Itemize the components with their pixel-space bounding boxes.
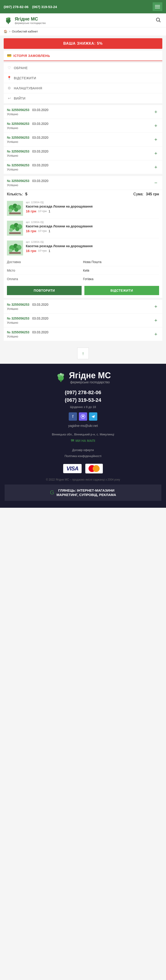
order-toggle-5[interactable]: + <box>153 164 159 170</box>
phone1-link[interactable]: (097) 278-82-06 <box>4 5 29 9</box>
item-name-1: Касетна розсада Лохини на дорощування <box>26 204 159 208</box>
order-item-1: арт. 123654-ЛД Касетна розсада Лохини на… <box>7 199 159 218</box>
promo-text: ГЛЯНЕЦЬ: ІНТЕРНЕТ-МАГАЗИНИМАРКЕТИНГ, СУП… <box>56 488 116 497</box>
order-date-3: 03.03.2020 <box>32 136 48 139</box>
order-toggle-after-1[interactable]: + <box>153 304 159 310</box>
logo-icon <box>4 16 13 25</box>
footer-promo[interactable]: G ГЛЯНЕЦЬ: ІНТЕРНЕТ-МАГАЗИНИМАРКЕТИНГ, С… <box>5 484 161 501</box>
item-price-old-3: 17 грн <box>38 249 46 253</box>
order-status-3: Успішно <box>7 140 153 143</box>
scroll-top-button[interactable]: ↑ <box>77 348 89 359</box>
plus-icon-1: + <box>155 109 158 115</box>
nav-item-track[interactable]: 📍 ВІДСТЕЖИТИ <box>4 73 162 83</box>
footer-logo-title: Ягідне МС <box>69 371 111 380</box>
quantity-label: Кількість: 5 <box>7 192 27 196</box>
mc-circle-yellow <box>93 465 100 472</box>
order-toggle-4[interactable]: + <box>153 150 159 157</box>
order-row-after-1[interactable]: № 3255056253 03.03.2020 Успішно + <box>4 300 162 313</box>
order-info-4: № 3255056253 03.03.2020 Успішно <box>7 149 153 158</box>
nav-item-settings[interactable]: ⚙ НАЛАШТУВАННЯ <box>4 83 162 93</box>
expanded-order-header-row[interactable]: № 3255056253 03.03.2020 Успішно − <box>4 176 162 190</box>
order-toggle-2[interactable]: + <box>153 123 159 129</box>
item-qty-2: 1 <box>49 229 51 233</box>
order-number-5: № 3255056253 <box>7 163 29 167</box>
order-row-1[interactable]: № 3255056253 03.03.2020 Успішно + <box>4 105 162 119</box>
item-qty-1: 1 <box>49 209 51 213</box>
item-image-3 <box>7 240 23 256</box>
item-price-row-2: 16 грн 17 грн 1 <box>26 229 159 233</box>
breadcrumb-current: Особистий кабінет <box>12 30 38 33</box>
order-status-1: Успішно <box>7 113 153 116</box>
expanded-order-toggle[interactable]: − <box>153 180 159 186</box>
svg-rect-32 <box>61 380 62 382</box>
order-row-4[interactable]: № 3255056253 03.03.2020 Успішно + <box>4 146 162 160</box>
footer-email[interactable]: yagidne-ms@ukr.net <box>5 424 161 428</box>
order-row-5[interactable]: № 3255056253 03.03.2020 Успішно + <box>4 160 162 174</box>
order-date-5: 03.03.2020 <box>32 163 48 167</box>
order-number-after-2: № 3255056253 <box>7 317 29 320</box>
item-name-3: Касетна розсада Лохини на дорощування <box>26 244 159 248</box>
nav-item-logout[interactable]: ↩ ВИЙТИ <box>4 93 162 103</box>
credit-card-icon: 💳 <box>7 53 11 58</box>
track-order-button[interactable]: ВІДСТЕЖИТИ <box>85 286 159 295</box>
order-toggle-1[interactable]: + <box>153 109 159 115</box>
order-row-after-3[interactable]: № 3255056253 03.03.2020 Успішно + <box>4 327 162 341</box>
plus-icon-5: + <box>155 164 158 170</box>
privacy-link[interactable]: Політика конфіденційності <box>5 453 161 459</box>
hamburger-line <box>155 5 160 6</box>
scroll-top-area: ↑ <box>0 343 166 364</box>
facebook-button[interactable]: f <box>69 412 77 421</box>
minus-icon: − <box>155 180 158 186</box>
breadcrumb-home[interactable]: 🏠 <box>4 30 7 33</box>
nav-item-favorites[interactable]: ♡ ОБРАНЕ <box>4 63 162 73</box>
order-meta-delivery: Доставка Нова Пошта <box>7 258 159 266</box>
order-status-after-2: Успішно <box>7 321 153 325</box>
order-date-4: 03.03.2020 <box>32 150 48 153</box>
order-toggle-after-2[interactable]: + <box>153 317 159 324</box>
expanded-order-container: № 3255056253 03.03.2020 Успішно − Кількі… <box>4 176 162 298</box>
meta-value-delivery: Нова Пошта <box>83 260 159 264</box>
expanded-order-status: Успішно <box>7 183 153 187</box>
order-number-2: № 3255056253 <box>7 122 29 126</box>
svg-line-6 <box>159 21 160 22</box>
discount-label: ВАША ЗНИЖКА: 5% <box>63 41 102 45</box>
item-price-old-2: 17 грн <box>38 229 46 233</box>
plus-icon-2: + <box>155 123 158 129</box>
logo-text: Ягідне МС фермерське господарство <box>15 16 46 24</box>
promo-icon: G <box>50 489 54 496</box>
telegram-button[interactable] <box>89 412 97 421</box>
footer-map-link[interactable]: 🗺 МИ НА МАПІ <box>5 439 161 442</box>
viber-button[interactable] <box>79 412 87 421</box>
footer-payments: VISA <box>5 464 161 473</box>
nav-label-logout: ВИЙТИ <box>14 97 26 100</box>
order-row-2[interactable]: № 3255056253 03.03.2020 Успішно + <box>4 119 162 133</box>
orders-list: № 3255056253 03.03.2020 Успішно + № 3255… <box>4 105 162 174</box>
order-info-3: № 3255056253 03.03.2020 Успішно <box>7 135 153 143</box>
svg-point-11 <box>8 209 12 212</box>
meta-label-city: Місто <box>7 269 83 272</box>
order-info-after-1: № 3255056253 03.03.2020 Успішно <box>7 302 153 310</box>
phone2-link[interactable]: (067) 319-53-24 <box>32 5 57 9</box>
sum-label-text: Сума: <box>134 192 144 196</box>
order-toggle-after-3[interactable]: + <box>153 331 159 337</box>
footer-phones: (097) 278-82-06 (067) 319-53-24 <box>5 389 161 404</box>
svg-point-19 <box>15 227 19 231</box>
footer-logo-container: Ягідне МС фермерське господарство (097) … <box>5 371 161 481</box>
hamburger-button[interactable] <box>153 2 162 11</box>
order-row-3[interactable]: № 3255056253 03.03.2020 Успішно + <box>4 133 162 146</box>
meta-label-payment: Оплата <box>7 277 83 281</box>
quantity-label-text: Кількість: <box>7 192 23 196</box>
discount-banner: ВАША ЗНИЖКА: 5% <box>4 38 162 49</box>
item-details-1: арт. 123654-ЛД Касетна розсада Лохини на… <box>26 201 159 213</box>
order-toggle-3[interactable]: + <box>153 136 159 143</box>
order-status-2: Успішно <box>7 126 153 130</box>
item-qty-3: 1 <box>49 249 51 253</box>
footer-phone2[interactable]: (067) 319-53-24 <box>5 396 161 404</box>
offer-link[interactable]: Договір оферти <box>5 447 161 453</box>
footer-phone1[interactable]: (097) 278-82-06 <box>5 389 161 396</box>
item-details-3: арт. 123654-ЛД Касетна розсада Лохини на… <box>26 240 159 253</box>
repeat-order-button[interactable]: ПОВТОРИТИ <box>7 286 81 295</box>
search-button[interactable] <box>155 16 162 25</box>
order-row-after-2[interactable]: № 3255056253 03.03.2020 Успішно + <box>4 313 162 327</box>
order-info-2: № 3255056253 03.03.2020 Успішно <box>7 122 153 130</box>
